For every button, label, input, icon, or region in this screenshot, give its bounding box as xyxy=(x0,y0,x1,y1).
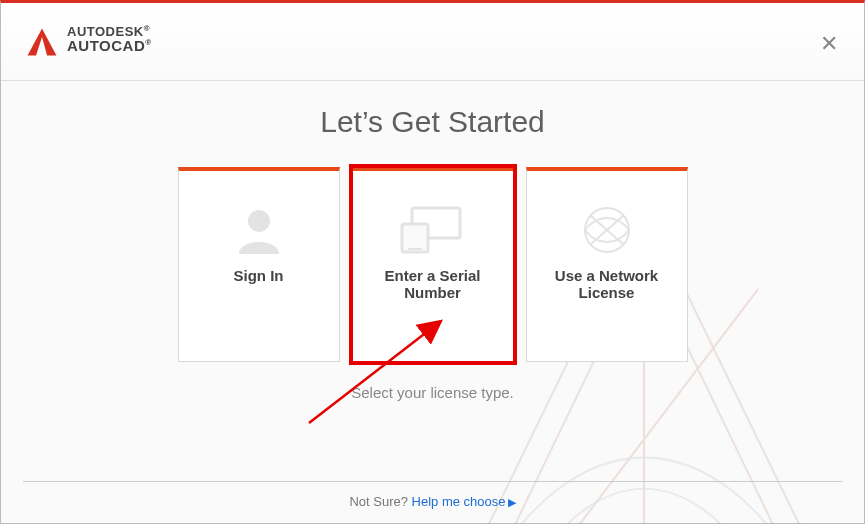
option-serial-number[interactable]: Enter a Serial Number xyxy=(352,167,514,362)
svg-point-2 xyxy=(248,210,270,232)
footer-prefix: Not Sure? xyxy=(349,494,411,509)
close-icon[interactable]: ✕ xyxy=(820,31,838,57)
person-icon xyxy=(231,193,287,267)
option-sign-in-label: Sign In xyxy=(220,267,298,284)
header: AUTODESK® AUTOCAD® ✕ xyxy=(1,3,864,81)
brand-line2: AUTOCAD xyxy=(67,37,145,54)
help-me-choose-link[interactable]: Help me choose xyxy=(412,494,506,509)
footer: Not Sure? Help me choose▶ xyxy=(23,481,842,509)
autodesk-logo-icon xyxy=(25,25,59,59)
option-network-license[interactable]: Use a Network License xyxy=(526,167,688,362)
option-network-label: Use a Network License xyxy=(527,267,687,301)
svg-rect-4 xyxy=(402,224,428,252)
svg-rect-5 xyxy=(408,248,422,250)
devices-icon xyxy=(396,193,470,267)
globe-network-icon xyxy=(579,193,635,267)
brand-logo: AUTODESK® AUTOCAD® xyxy=(25,25,152,59)
page-title: Let’s Get Started xyxy=(1,105,864,139)
license-options: Sign In Enter a Serial Number xyxy=(1,167,864,362)
chevron-right-icon: ▶ xyxy=(508,496,516,508)
hint-text: Select your license type. xyxy=(1,384,864,401)
option-sign-in[interactable]: Sign In xyxy=(178,167,340,362)
option-serial-label: Enter a Serial Number xyxy=(353,267,513,301)
